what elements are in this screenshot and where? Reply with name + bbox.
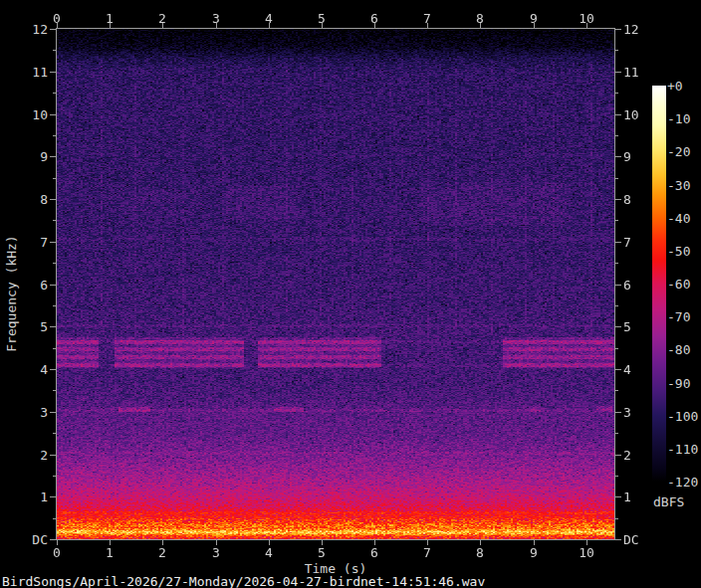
colorbar-tick-label: -50: [667, 244, 690, 259]
x-tick-label-bottom: 10: [579, 545, 594, 560]
y-minor-tick-right: [614, 50, 618, 51]
x-tick-label-top: 10: [579, 11, 594, 26]
y-tick-label-left: 1: [14, 490, 48, 504]
y-tick-right: [614, 156, 621, 157]
colorbar-tick-label: -110: [667, 442, 698, 457]
y-tick-left: [50, 242, 57, 243]
y-tick-left: [50, 369, 57, 370]
y-minor-tick-right: [614, 518, 618, 519]
x-tick-label-top: 7: [423, 11, 431, 26]
y-minor-tick-left: [53, 220, 57, 221]
colorbar-tick-label: -10: [667, 111, 690, 126]
x-tick-label-bottom: 4: [265, 545, 273, 560]
y-minor-tick-left: [53, 433, 57, 434]
colorbar-tick-label: -90: [667, 376, 690, 391]
y-tick-left: [50, 496, 57, 497]
y-minor-tick-right: [614, 348, 618, 349]
x-tick-label-top: 0: [53, 11, 61, 26]
y-tick-right: [614, 199, 621, 200]
y-tick-label-right: 2: [623, 448, 631, 463]
y-tick-label-right: 11: [623, 65, 639, 80]
y-tick-label-right: DC: [623, 532, 639, 547]
y-minor-tick-left: [53, 93, 57, 94]
y-tick-left: [50, 412, 57, 413]
y-tick-left: [50, 455, 57, 456]
colorbar-tick-label: -40: [667, 211, 690, 226]
y-tick-label-left: 7: [14, 235, 48, 250]
y-tick-label-left: DC: [14, 532, 48, 547]
x-tick-label-bottom: 1: [106, 545, 114, 560]
y-tick-right: [614, 496, 621, 497]
y-tick-left: [50, 29, 57, 30]
x-tick-label-top: 4: [265, 11, 273, 26]
x-tick-label-top: 8: [476, 11, 484, 26]
y-tick-right: [614, 242, 621, 243]
x-tick-label-bottom: 9: [530, 545, 538, 560]
x-tick-label-bottom: 6: [370, 545, 378, 560]
y-tick-label-right: 4: [623, 362, 631, 377]
y-tick-right: [614, 285, 621, 286]
x-tick-label-bottom: 3: [212, 545, 220, 560]
y-tick-left: [50, 285, 57, 286]
y-minor-tick-right: [614, 433, 618, 434]
colorbar-tick-label: -120: [667, 475, 698, 490]
y-tick-label-left: 5: [14, 319, 48, 334]
x-tick-label-top: 5: [318, 11, 326, 26]
y-tick-label-left: 4: [14, 362, 48, 377]
plot-frame: [56, 28, 615, 540]
colorbar-tick-label: +0: [667, 79, 683, 94]
y-tick-label-left: 9: [14, 149, 48, 164]
y-tick-right: [614, 369, 621, 370]
y-tick-label-right: 9: [623, 149, 631, 164]
y-minor-tick-left: [53, 50, 57, 51]
y-minor-tick-right: [614, 135, 618, 136]
y-tick-label-left: 12: [14, 22, 48, 37]
x-tick-label-bottom: 8: [476, 545, 484, 560]
y-tick-right: [614, 412, 621, 413]
x-tick-label-top: 6: [370, 11, 378, 26]
y-tick-left: [50, 539, 57, 540]
colorbar-tick-label: -20: [667, 144, 690, 159]
y-tick-label-left: 11: [14, 65, 48, 80]
y-minor-tick-left: [53, 348, 57, 349]
y-tick-right: [614, 455, 621, 456]
y-tick-label-right: 10: [623, 107, 639, 122]
y-tick-label-left: 10: [14, 107, 48, 122]
y-tick-label-right: 12: [623, 22, 639, 37]
y-minor-tick-right: [614, 178, 618, 179]
y-minor-tick-left: [53, 305, 57, 306]
y-tick-right: [614, 29, 621, 30]
spectrogram-window: dBFS Time (s) Frequency (kHz) BirdSongs/…: [0, 0, 701, 588]
y-tick-right: [614, 114, 621, 115]
y-minor-tick-left: [53, 476, 57, 477]
y-minor-tick-left: [53, 135, 57, 136]
y-minor-tick-left: [53, 263, 57, 264]
colorbar-tick-label: -70: [667, 309, 690, 324]
x-tick-label-bottom: 0: [53, 545, 61, 560]
y-minor-tick-right: [614, 220, 618, 221]
y-tick-label-right: 3: [623, 405, 631, 420]
y-tick-label-left: 6: [14, 278, 48, 293]
y-tick-left: [50, 199, 57, 200]
y-minor-tick-left: [53, 518, 57, 519]
y-tick-label-right: 8: [623, 192, 631, 207]
y-minor-tick-right: [614, 390, 618, 391]
x-tick-label-top: 9: [530, 11, 538, 26]
y-tick-label-left: 3: [14, 405, 48, 420]
y-minor-tick-right: [614, 305, 618, 306]
y-tick-right: [614, 539, 621, 540]
y-tick-label-left: 8: [14, 192, 48, 207]
y-tick-label-right: 1: [623, 490, 631, 504]
y-minor-tick-left: [53, 390, 57, 391]
x-tick-label-top: 3: [212, 11, 220, 26]
colorbar-tick-label: -30: [667, 178, 690, 193]
y-tick-label-left: 2: [14, 448, 48, 463]
y-minor-tick-right: [614, 476, 618, 477]
y-tick-label-right: 6: [623, 278, 631, 293]
colorbar: [652, 86, 666, 482]
y-minor-tick-right: [614, 263, 618, 264]
colorbar-tick-label: -60: [667, 277, 690, 292]
y-tick-left: [50, 156, 57, 157]
x-tick-label-top: 2: [158, 11, 166, 26]
y-tick-left: [50, 72, 57, 73]
